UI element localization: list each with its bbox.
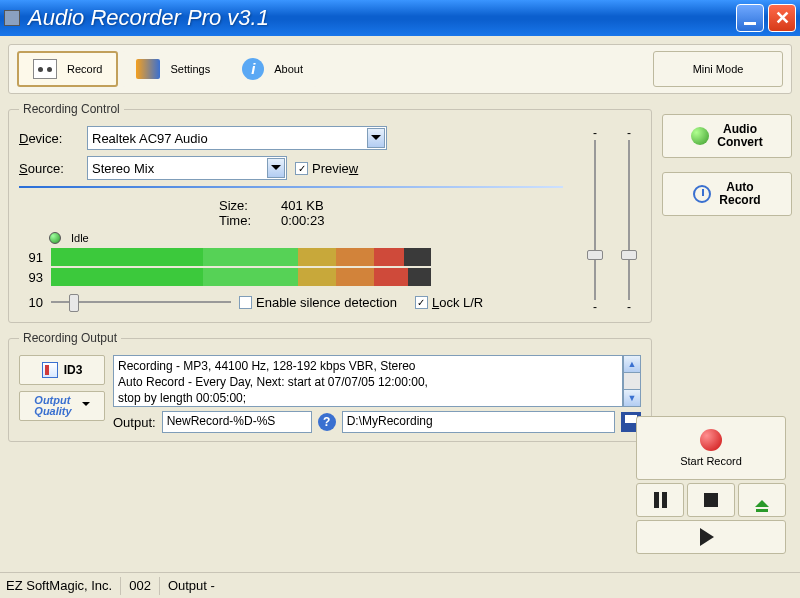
time-value: 0:00:23 <box>281 213 324 228</box>
start-record-label: Start Record <box>680 455 742 467</box>
meter-left-value: 91 <box>19 250 43 265</box>
tab-about-label: About <box>274 63 303 75</box>
id3-button[interactable]: ID3 <box>19 355 105 385</box>
eject-icon <box>755 493 769 507</box>
recording-output-group: Recording Output ID3 OutputQuality <box>8 331 652 442</box>
filename-pattern-input[interactable]: NewRecord-%D-%S <box>162 411 312 433</box>
id3-label: ID3 <box>64 363 83 377</box>
preview-checkbox[interactable]: ✓ Preview <box>295 161 358 176</box>
size-value: 401 KB <box>281 198 324 213</box>
minimize-button[interactable] <box>736 4 764 32</box>
play-icon <box>700 528 723 546</box>
recording-info-text: Recording - MP3, 44100 Hz, 128-192 kbps … <box>113 355 623 407</box>
status-output: Output - <box>168 578 215 593</box>
window-title: Audio Recorder Pro v3.1 <box>28 5 736 31</box>
status-company: EZ SoftMagic, Inc. <box>6 578 112 593</box>
level-meter-right <box>51 268 431 286</box>
eject-button[interactable] <box>738 483 786 517</box>
app-icon <box>4 10 20 26</box>
convert-icon <box>691 127 709 145</box>
device-value: Realtek AC97 Audio <box>92 131 208 146</box>
recording-control-group: Recording Control Device: Realtek AC97 A… <box>8 102 652 323</box>
cassette-icon <box>33 59 57 79</box>
tab-record-label: Record <box>67 63 102 75</box>
output-path-input[interactable]: D:\MyRecording <box>342 411 615 433</box>
scroll-up-button[interactable]: ▲ <box>623 355 641 373</box>
size-label: Size: <box>219 198 248 213</box>
record-icon <box>700 429 722 451</box>
lock-lr-checkbox[interactable]: ✓ Lock L/R <box>415 295 483 310</box>
source-value: Stereo Mix <box>92 161 154 176</box>
meter-right-value: 93 <box>19 270 43 285</box>
tick-mark: - <box>593 126 597 140</box>
stop-icon <box>704 493 718 507</box>
time-label: Time: <box>219 213 251 228</box>
recording-control-legend: Recording Control <box>19 102 124 116</box>
output-label: Output: <box>113 415 156 430</box>
threshold-slider[interactable] <box>51 292 231 312</box>
tick-mark: - <box>627 300 631 314</box>
transport-controls: Start Record <box>636 416 786 554</box>
audio-convert-label: AudioConvert <box>717 123 762 149</box>
source-combo[interactable]: Stereo Mix <box>87 156 287 180</box>
titlebar: Audio Recorder Pro v3.1 ✕ <box>0 0 800 36</box>
tab-settings-label: Settings <box>170 63 210 75</box>
pause-icon <box>654 492 667 508</box>
lock-label: Lock L/R <box>432 295 483 310</box>
stop-button[interactable] <box>687 483 735 517</box>
source-label: Source: <box>19 161 79 176</box>
preview-label: Preview <box>312 161 358 176</box>
silence-checkbox[interactable]: Enable silence detection <box>239 295 397 310</box>
silence-label: Enable silence detection <box>256 295 397 310</box>
statusbar: EZ SoftMagic, Inc. 002 Output - <box>0 572 800 598</box>
volume-slider-right[interactable] <box>617 140 641 300</box>
tab-settings[interactable]: Settings <box>122 51 224 87</box>
auto-record-button[interactable]: AutoRecord <box>662 172 792 216</box>
tab-about[interactable]: i About <box>228 51 317 87</box>
level-meter-left <box>51 248 431 266</box>
status-text: Idle <box>71 232 89 244</box>
audio-convert-button[interactable]: AudioConvert <box>662 114 792 158</box>
help-icon[interactable]: ? <box>318 413 336 431</box>
mini-mode-label: Mini Mode <box>693 63 744 75</box>
book-icon <box>42 362 58 378</box>
start-record-button[interactable]: Start Record <box>636 416 786 480</box>
mini-mode-button[interactable]: Mini Mode <box>653 51 783 87</box>
scroll-down-button[interactable]: ▼ <box>623 389 641 407</box>
status-counter: 002 <box>129 578 151 593</box>
chevron-down-icon <box>267 158 285 178</box>
auto-record-label: AutoRecord <box>719 181 760 207</box>
close-button[interactable]: ✕ <box>768 4 796 32</box>
clock-icon <box>693 185 711 203</box>
output-quality-button[interactable]: OutputQuality <box>19 391 105 421</box>
status-led-icon <box>49 232 61 244</box>
info-icon: i <box>242 58 264 80</box>
play-button[interactable] <box>636 520 786 554</box>
settings-icon <box>136 59 160 79</box>
tab-record[interactable]: Record <box>17 51 118 87</box>
tick-mark: - <box>593 300 597 314</box>
chevron-down-icon <box>367 128 385 148</box>
quality-label: OutputQuality <box>34 395 71 417</box>
device-combo[interactable]: Realtek AC97 Audio <box>87 126 387 150</box>
recording-output-legend: Recording Output <box>19 331 121 345</box>
tick-mark: - <box>627 126 631 140</box>
device-label: Device: <box>19 131 79 146</box>
volume-sliders: - - - - <box>583 126 641 314</box>
pause-button[interactable] <box>636 483 684 517</box>
threshold-value: 10 <box>19 295 43 310</box>
main-toolbar: Record Settings i About Mini Mode <box>8 44 792 94</box>
volume-slider-left[interactable] <box>583 140 607 300</box>
divider <box>19 186 563 188</box>
